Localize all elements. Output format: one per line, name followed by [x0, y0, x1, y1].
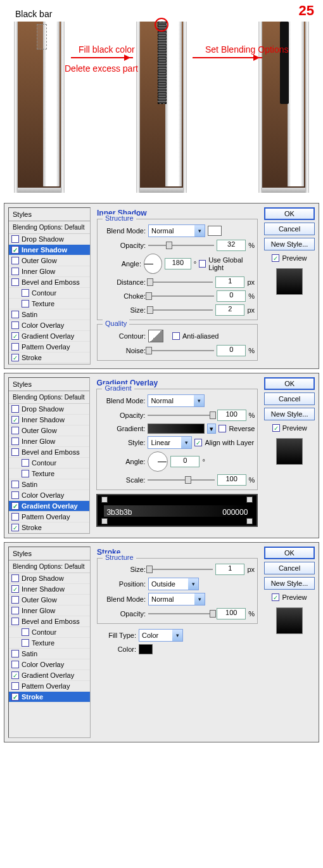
checkbox-icon[interactable]	[11, 343, 19, 351]
angle-dial[interactable]	[144, 254, 162, 274]
checkbox-icon[interactable]	[11, 321, 19, 329]
new-style-button[interactable]: New Style...	[264, 408, 315, 420]
cancel-button[interactable]: Cancel	[264, 562, 315, 574]
ok-button[interactable]: OK	[264, 377, 315, 390]
checkbox-icon[interactable]	[22, 300, 29, 308]
checkbox-icon[interactable]: ✓	[11, 671, 19, 679]
use-global-light-checkbox[interactable]: Use Global Light	[199, 256, 255, 271]
style-item-inner-shadow[interactable]: ✓Inner Shadow	[9, 584, 90, 595]
size-slider[interactable]	[148, 565, 213, 574]
checkbox-icon[interactable]	[11, 682, 19, 690]
style-item-gradient-overlay[interactable]: ✓Gradient Overlay	[9, 501, 89, 512]
checkbox-icon[interactable]	[11, 235, 19, 243]
checkbox-icon[interactable]	[11, 257, 19, 264]
checkbox-icon[interactable]	[11, 405, 19, 413]
checkbox-icon[interactable]	[11, 513, 19, 521]
checkbox-icon[interactable]: ✓	[11, 502, 19, 510]
checkbox-icon[interactable]	[11, 448, 19, 456]
style-item-bevel-and-emboss[interactable]: Bevel and Emboss	[9, 277, 90, 288]
blending-options-default[interactable]: Blending Options: Default	[9, 560, 90, 573]
antialiased-checkbox[interactable]: Anti-aliased	[172, 332, 218, 340]
blend-mode-dropdown[interactable]: Normal▾	[148, 593, 205, 606]
checkbox-icon[interactable]	[11, 618, 19, 625]
style-item-inner-glow[interactable]: Inner Glow	[9, 606, 90, 616]
style-item-inner-glow[interactable]: Inner Glow	[9, 436, 89, 447]
opacity-slider[interactable]	[148, 609, 214, 618]
checkbox-icon[interactable]: ✓	[11, 524, 19, 531]
blending-options-default[interactable]: Blending Options: Default	[9, 221, 90, 234]
angle-dial[interactable]	[148, 451, 168, 472]
style-item-bevel-and-emboss[interactable]: Bevel and Emboss	[9, 447, 89, 458]
style-item-outer-glow[interactable]: Outer Glow	[9, 256, 90, 266]
distance-input[interactable]: 1	[215, 276, 244, 288]
reverse-checkbox[interactable]: Reverse	[218, 425, 255, 432]
ok-button[interactable]: OK	[264, 547, 315, 559]
style-item-inner-glow[interactable]: Inner Glow	[9, 266, 90, 277]
checkbox-icon[interactable]: ✓	[11, 693, 19, 701]
style-item-contour[interactable]: Contour	[9, 627, 90, 638]
size-slider[interactable]	[148, 306, 213, 314]
blend-mode-dropdown[interactable]: Normal▾	[148, 394, 205, 407]
checkbox-icon[interactable]	[11, 607, 19, 614]
style-item-inner-shadow[interactable]: ✓Inner Shadow	[9, 415, 89, 425]
opacity-input[interactable]: 32	[217, 240, 246, 251]
style-item-contour[interactable]: Contour	[9, 458, 89, 469]
noise-input[interactable]: 0	[217, 345, 246, 356]
style-item-texture[interactable]: Texture	[9, 469, 89, 479]
style-item-inner-shadow[interactable]: ✓Inner Shadow	[9, 245, 90, 256]
checkbox-icon[interactable]: ✓	[11, 354, 19, 361]
opacity-slider[interactable]	[148, 411, 214, 420]
fill-type-dropdown[interactable]: Color▾	[139, 629, 183, 642]
style-item-pattern-overlay[interactable]: Pattern Overlay	[9, 512, 89, 522]
style-item-pattern-overlay[interactable]: Pattern Overlay	[9, 342, 90, 353]
style-item-outer-glow[interactable]: Outer Glow	[9, 425, 89, 436]
gradient-opacity-stop[interactable]	[101, 496, 108, 503]
noise-slider[interactable]	[148, 346, 214, 355]
style-item-stroke[interactable]: ✓Stroke	[9, 522, 89, 533]
angle-input[interactable]: 0	[170, 456, 200, 467]
preview-checkbox[interactable]: ✓Preview	[264, 593, 315, 601]
style-item-texture[interactable]: Texture	[9, 299, 90, 309]
checkbox-icon[interactable]	[11, 278, 19, 286]
checkbox-icon[interactable]: ✓	[11, 246, 19, 254]
preview-checkbox[interactable]: ✓Preview	[264, 424, 315, 432]
shadow-color-swatch[interactable]	[208, 226, 222, 236]
contour-picker[interactable]	[148, 330, 163, 342]
checkbox-icon[interactable]	[22, 628, 29, 636]
checkbox-icon[interactable]	[11, 661, 19, 668]
new-style-button[interactable]: New Style...	[264, 577, 315, 590]
distance-slider[interactable]	[148, 278, 213, 287]
checkbox-icon[interactable]	[22, 459, 29, 467]
chevron-down-icon[interactable]: ▾	[207, 424, 216, 434]
checkbox-icon[interactable]	[11, 268, 19, 275]
style-item-gradient-overlay[interactable]: ✓Gradient Overlay	[9, 670, 90, 681]
style-item-bevel-and-emboss[interactable]: Bevel and Emboss	[9, 616, 90, 627]
checkbox-icon[interactable]	[11, 650, 19, 657]
checkbox-icon[interactable]	[11, 596, 19, 604]
style-item-texture[interactable]: Texture	[9, 638, 90, 649]
gradient-style-dropdown[interactable]: Linear▾	[148, 436, 192, 449]
scale-slider[interactable]	[148, 476, 214, 484]
ok-button[interactable]: OK	[264, 207, 315, 220]
gradient-opacity-stop[interactable]	[246, 496, 253, 503]
gradient-color-stop[interactable]	[101, 518, 108, 524]
checkbox-icon[interactable]: ✓	[11, 332, 19, 340]
checkbox-icon[interactable]	[11, 427, 19, 434]
opacity-input[interactable]: 100	[217, 608, 246, 619]
style-item-contour[interactable]: Contour	[9, 288, 90, 299]
style-item-satin[interactable]: Satin	[9, 309, 90, 320]
checkbox-icon[interactable]	[22, 470, 29, 477]
style-item-color-overlay[interactable]: Color Overlay	[9, 490, 89, 501]
gradient-picker[interactable]	[148, 424, 205, 434]
style-item-satin[interactable]: Satin	[9, 649, 90, 659]
scale-input[interactable]: 100	[217, 474, 246, 486]
style-item-satin[interactable]: Satin	[9, 479, 89, 490]
angle-input[interactable]: 180	[165, 258, 191, 269]
choke-input[interactable]: 0	[217, 290, 246, 302]
size-input[interactable]: 1	[215, 564, 244, 575]
choke-slider[interactable]	[148, 292, 214, 301]
style-item-stroke[interactable]: ✓Stroke	[9, 692, 90, 703]
checkbox-icon[interactable]	[11, 311, 19, 318]
style-item-stroke[interactable]: ✓Stroke	[9, 353, 90, 363]
checkbox-icon[interactable]	[11, 491, 19, 499]
